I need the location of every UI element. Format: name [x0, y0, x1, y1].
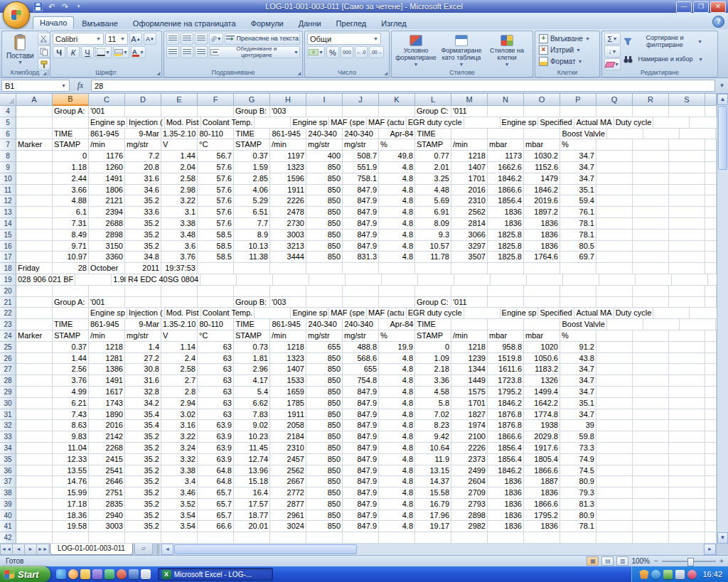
cell-K37[interactable]: 4.8 — [379, 476, 415, 487]
cell-K29[interactable]: 4.8 — [379, 387, 415, 398]
cell-Q19[interactable] — [672, 274, 708, 286]
cell-N37[interactable]: 1836 — [488, 476, 524, 487]
row-header-12[interactable]: 12 — [0, 195, 16, 207]
cell-R10[interactable] — [633, 173, 669, 185]
cell-P9[interactable]: 34.7 — [560, 162, 596, 173]
ribbon-tab-Вмъкване[interactable]: Вмъкване — [75, 17, 125, 29]
cell-O6[interactable] — [524, 129, 560, 140]
cell-H13[interactable]: 2478 — [270, 207, 306, 218]
cell-Q26[interactable] — [596, 353, 633, 365]
cell-H29[interactable]: 1659 — [270, 387, 306, 398]
cell-A42[interactable] — [16, 532, 53, 544]
cell-P34[interactable]: 73.3 — [560, 443, 596, 454]
cell-B7[interactable]: STAMP — [53, 139, 89, 151]
cell-M31[interactable]: 1827 — [451, 409, 488, 421]
cell-H24[interactable]: /min — [270, 330, 306, 342]
cell-B27[interactable]: 2.56 — [53, 364, 89, 375]
cell-F19[interactable] — [273, 274, 309, 286]
cell-O21[interactable] — [524, 297, 560, 308]
sort-filter-button[interactable]: Сортиране и филтриране▼ — [623, 33, 703, 50]
cell-P26[interactable]: 43.8 — [560, 353, 596, 365]
save-button[interactable] — [33, 1, 43, 11]
cell-O38[interactable]: 1836 — [524, 487, 560, 499]
cell-J24[interactable]: mg/str — [343, 330, 379, 342]
cell-L17[interactable]: 11.78 — [415, 252, 451, 263]
cell-C37[interactable]: 2646 — [89, 476, 125, 487]
cell-K21[interactable] — [379, 297, 415, 308]
cell-R11[interactable] — [633, 185, 669, 196]
cell-A19[interactable]: 028 906 021 BF — [16, 274, 75, 286]
cell-L19[interactable] — [491, 274, 527, 286]
cell-C26[interactable]: 1281 — [89, 353, 125, 365]
number-format-select[interactable]: Общи▼ — [307, 33, 381, 45]
insert-function-button[interactable]: fx — [72, 80, 89, 91]
cell-C11[interactable]: 1806 — [89, 185, 125, 196]
cell-B34[interactable]: 11.04 — [53, 443, 89, 454]
cell-M36[interactable]: 2499 — [451, 465, 488, 477]
cell-A20[interactable] — [16, 286, 53, 297]
cell-E39[interactable]: 3.52 — [161, 499, 198, 510]
cell-Q32[interactable] — [596, 420, 633, 431]
cell-J18[interactable] — [343, 263, 379, 274]
cell-A24[interactable]: Marker — [16, 330, 53, 342]
zoom-thumb[interactable] — [687, 558, 694, 566]
cell-R24[interactable] — [633, 330, 669, 342]
cell-A30[interactable] — [16, 398, 53, 409]
cell-P17[interactable]: 69.7 — [560, 252, 596, 263]
cell-Q4[interactable] — [596, 106, 633, 117]
row-header-7[interactable]: 7 — [0, 139, 16, 151]
cell-C25[interactable]: 1218 — [89, 342, 125, 353]
cell-Q24[interactable] — [596, 330, 633, 342]
cell-partial-16[interactable] — [705, 241, 717, 252]
cell-D23[interactable]: 9-Mar — [125, 319, 161, 330]
cell-G5[interactable] — [255, 117, 291, 129]
cell-partial-17[interactable] — [705, 252, 717, 263]
cell-I41[interactable]: 850 — [306, 521, 343, 532]
cell-L5[interactable] — [464, 117, 500, 129]
cell-I31[interactable]: 850 — [306, 409, 343, 421]
cell-G34[interactable]: 11.45 — [234, 443, 270, 454]
cell-D33[interactable]: 35.2 — [125, 431, 161, 443]
cell-J31[interactable]: 847.9 — [343, 409, 379, 421]
cell-D21[interactable] — [125, 297, 161, 308]
cell-I6[interactable]: 240-340 — [306, 129, 343, 140]
cell-B20[interactable] — [53, 286, 89, 297]
cell-L7[interactable]: STAMP — [415, 139, 451, 151]
cell-R21[interactable] — [633, 297, 669, 308]
cell-S9[interactable] — [669, 162, 705, 173]
cell-B33[interactable]: 9.83 — [53, 431, 89, 443]
cell-L30[interactable]: 5.8 — [415, 398, 451, 409]
cell-N39[interactable]: 1836 — [488, 499, 524, 510]
cell-N33[interactable]: 1866.6 — [488, 431, 524, 443]
cell-partial-40[interactable] — [705, 510, 717, 522]
cell-F36[interactable]: 64.8 — [198, 465, 234, 477]
row-header-10[interactable]: 10 — [0, 173, 16, 185]
decrease-decimal-button[interactable]: .00→ — [369, 46, 384, 58]
column-header-partial[interactable] — [705, 94, 717, 106]
cell-O28[interactable]: 1326 — [524, 375, 560, 387]
cell-K13[interactable]: 4.8 — [379, 207, 415, 218]
cell-D38[interactable]: 35.2 — [125, 487, 161, 499]
cell-D39[interactable]: 35.2 — [125, 499, 161, 510]
cell-O13[interactable]: 1897.2 — [524, 207, 560, 218]
row-header-39[interactable]: 39 — [0, 499, 16, 510]
cell-Q18[interactable] — [596, 263, 633, 274]
cell-partial-25[interactable] — [705, 342, 717, 353]
row-header-29[interactable]: 29 — [0, 387, 16, 398]
cell-B6[interactable]: TIME — [53, 129, 89, 140]
cell-N27[interactable]: 1611.6 — [488, 364, 524, 375]
cell-D4[interactable] — [125, 106, 161, 117]
cell-B24[interactable]: STAMP — [53, 330, 89, 342]
cell-M30[interactable]: 1701 — [451, 398, 488, 409]
cell-K18[interactable] — [379, 263, 415, 274]
row-header-16[interactable]: 16 — [0, 241, 16, 252]
cell-P23[interactable]: Boost Valvle — [560, 319, 606, 330]
cell-O11[interactable]: 1846.2 — [524, 185, 560, 196]
cell-S25[interactable] — [669, 342, 705, 353]
cell-B23[interactable]: TIME — [53, 319, 89, 330]
cell-N31[interactable]: 1876.8 — [488, 409, 524, 421]
ribbon-tab-Оформление на страницата[interactable]: Оформление на страницата — [126, 17, 243, 29]
cell-J13[interactable]: 847.9 — [343, 207, 379, 218]
expand-formula-bar-button[interactable]: ▼ — [717, 82, 727, 89]
cell-Q28[interactable] — [596, 375, 633, 387]
